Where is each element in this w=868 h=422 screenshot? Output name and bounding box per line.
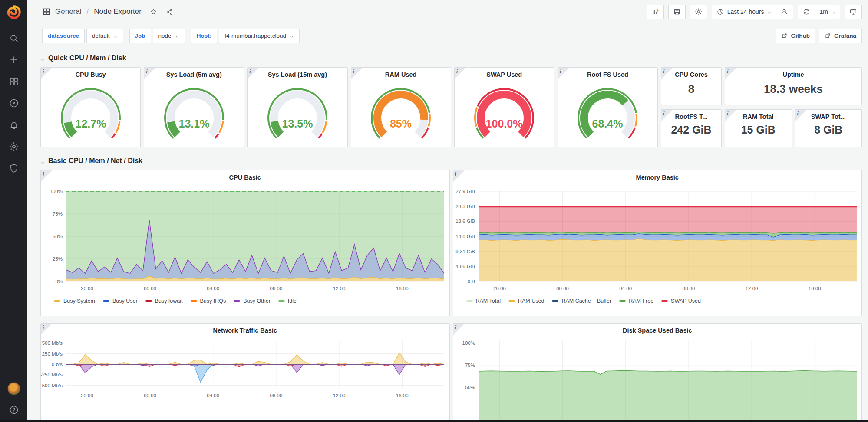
- panel-title[interactable]: CPU Basic: [41, 170, 449, 181]
- gauge-panel-root-fs-used: iRoot FS Used68.4%: [558, 67, 658, 147]
- panel-cpu-basic: i CPU Basic 0%25%50%75%100%20:0000:0004:…: [40, 170, 450, 316]
- link-button-grafana[interactable]: Grafana: [819, 29, 862, 43]
- panel-title[interactable]: Network Traffic Basic: [41, 324, 449, 334]
- svg-text:00:00: 00:00: [144, 286, 156, 291]
- dashboard-settings-button[interactable]: [690, 5, 707, 19]
- svg-text:16:00: 16:00: [396, 393, 409, 398]
- user-avatar[interactable]: [7, 382, 20, 395]
- panel-info-icon[interactable]: i: [351, 68, 363, 79]
- chart-cpu[interactable]: 0%25%50%75%100%20:0000:0004:0008:0012:00…: [41, 181, 449, 294]
- legend-item[interactable]: Busy Iowait: [145, 298, 183, 304]
- grafana-logo[interactable]: [5, 3, 23, 21]
- variable-datasource: datasourcedefault: [42, 29, 123, 43]
- share-icon[interactable]: [165, 8, 174, 16]
- panel-info-icon[interactable]: i: [453, 170, 465, 182]
- svg-text:75%: 75%: [465, 363, 475, 368]
- panel-title[interactable]: Disk Space Used Basic: [453, 324, 862, 334]
- sidebar-search-icon[interactable]: [9, 33, 19, 43]
- panel-title[interactable]: Sys Load (15m avg): [248, 68, 347, 78]
- breadcrumb: General / Node Exporter: [42, 7, 174, 16]
- chevron-down-icon: [175, 34, 179, 38]
- breadcrumb-folder[interactable]: General: [55, 7, 81, 16]
- sidebar-help-icon[interactable]: [9, 405, 19, 415]
- panel-info-icon[interactable]: i: [41, 324, 52, 335]
- chart-mem[interactable]: 0 B4.66 GiB9.31 GiB14.0 GiB18.6 GiB23.3 …: [453, 181, 862, 294]
- gauge-panel-sys-load-5m-avg-: iSys Load (5m avg)13.1%: [144, 67, 244, 147]
- panel-info-icon[interactable]: i: [144, 68, 155, 79]
- panel-info-icon[interactable]: i: [558, 68, 569, 79]
- sidebar-bell-icon[interactable]: [9, 120, 19, 130]
- chart-net[interactable]: 500 Mb/s250 Mb/s0 b/s-250 Mb/s-500 Mb/s2…: [41, 334, 449, 402]
- link-button-github[interactable]: Github: [776, 29, 815, 43]
- zoom-out-button[interactable]: [776, 5, 793, 19]
- legend-item[interactable]: RAM Used: [508, 298, 544, 304]
- chevron-down-icon: [290, 34, 294, 38]
- legend-item[interactable]: Busy User: [103, 298, 138, 304]
- panel-title[interactable]: SWAP Used: [455, 68, 554, 78]
- svg-text:00:00: 00:00: [144, 393, 156, 398]
- svg-text:16:00: 16:00: [808, 286, 821, 291]
- panel-title[interactable]: Memory Basic: [453, 170, 862, 181]
- breadcrumb-dashboard-name[interactable]: Node Exporter: [94, 7, 142, 16]
- star-icon[interactable]: [149, 8, 158, 16]
- legend-item[interactable]: RAM Total: [466, 298, 501, 304]
- kiosk-mode-button[interactable]: [845, 5, 862, 19]
- panel-info-icon[interactable]: i: [41, 68, 52, 79]
- legend-item[interactable]: Busy Other: [234, 298, 271, 304]
- panel-info-icon[interactable]: i: [725, 68, 736, 79]
- panel-info-icon[interactable]: i: [725, 110, 736, 121]
- panel-title[interactable]: Root FS Used: [558, 68, 657, 78]
- panel-info-icon[interactable]: i: [455, 68, 466, 79]
- sidebar-shield-icon[interactable]: [9, 163, 19, 173]
- legend-item[interactable]: SWAP Used: [661, 298, 701, 304]
- legend-item[interactable]: RAM Free: [619, 298, 653, 304]
- stat-panel-ram-total: iRAM Total15 GiB: [725, 109, 792, 147]
- dashboard-grid-icon[interactable]: [42, 7, 51, 16]
- row-basic-cpu-mem-net-disk[interactable]: Basic CPU / Mem / Net / Disk: [27, 155, 868, 167]
- sidebar-plus-icon[interactable]: [9, 55, 19, 65]
- panel-title[interactable]: CPU Busy: [41, 68, 140, 78]
- charts-row-1: i CPU Basic 0%25%50%75%100%20:0000:0004:…: [40, 170, 862, 316]
- panel-info-icon[interactable]: i: [453, 324, 465, 335]
- panel-info-icon[interactable]: i: [795, 110, 807, 121]
- refresh-interval-button[interactable]: 1m: [815, 5, 840, 19]
- gauge-value: 12.7%: [75, 118, 106, 130]
- legend-item[interactable]: Busy System: [54, 298, 95, 304]
- chart-legend: RAM TotalRAM UsedRAM Cache + BufferRAM F…: [453, 296, 862, 304]
- collapse-chevron-icon: [40, 56, 45, 60]
- panel-info-icon[interactable]: i: [661, 68, 673, 79]
- sidebar-compass-icon[interactable]: [9, 98, 19, 108]
- main-area: General / Node Exporter L: [27, 0, 868, 422]
- panel-title[interactable]: Uptime: [725, 68, 861, 78]
- save-dashboard-button[interactable]: [668, 5, 686, 19]
- panel-title[interactable]: RAM Used: [351, 68, 451, 78]
- svg-text:250 Mb/s: 250 Mb/s: [42, 351, 63, 357]
- panel-memory-basic: i Memory Basic 0 B4.66 GiB9.31 GiB14.0 G…: [453, 170, 862, 316]
- row-quick-cpu-mem-disk[interactable]: Quick CPU / Mem / Disk: [27, 52, 868, 64]
- legend-item[interactable]: RAM Cache + Buffer: [552, 298, 611, 304]
- chart-disk[interactable]: 50%75%100%: [453, 334, 862, 422]
- refresh-interval-label: 1m: [820, 8, 828, 15]
- svg-text:100%: 100%: [462, 340, 475, 346]
- chevron-down-icon: [113, 34, 118, 38]
- variable-value-dropdown[interactable]: default: [86, 29, 123, 43]
- variable-value-dropdown[interactable]: node: [153, 29, 185, 43]
- panel-title[interactable]: Sys Load (5m avg): [144, 68, 244, 78]
- panel-info-icon[interactable]: i: [248, 68, 259, 79]
- sidebar-apps-icon[interactable]: [9, 76, 19, 87]
- svg-text:14.0 GiB: 14.0 GiB: [455, 234, 475, 239]
- legend-item[interactable]: Busy IRQs: [191, 298, 226, 304]
- external-link-icon: [825, 33, 831, 39]
- panel-info-icon[interactable]: i: [41, 170, 52, 182]
- gauge-value: 68.4%: [592, 118, 623, 130]
- variable-value-dropdown[interactable]: f4-mumbai.frappe.cloud: [219, 29, 300, 43]
- sidebar-gear-icon[interactable]: [9, 141, 19, 152]
- stat-panel-cpu-cores: iCPU Cores8: [661, 67, 722, 105]
- svg-text:50%: 50%: [53, 234, 63, 239]
- time-range-button[interactable]: Last 24 hours: [712, 5, 776, 19]
- stat-value: 18.3 weeks: [725, 82, 861, 96]
- refresh-button[interactable]: [798, 5, 815, 19]
- legend-item[interactable]: Idle: [278, 298, 297, 304]
- panel-info-icon[interactable]: i: [661, 110, 673, 121]
- add-panel-button[interactable]: [647, 5, 664, 19]
